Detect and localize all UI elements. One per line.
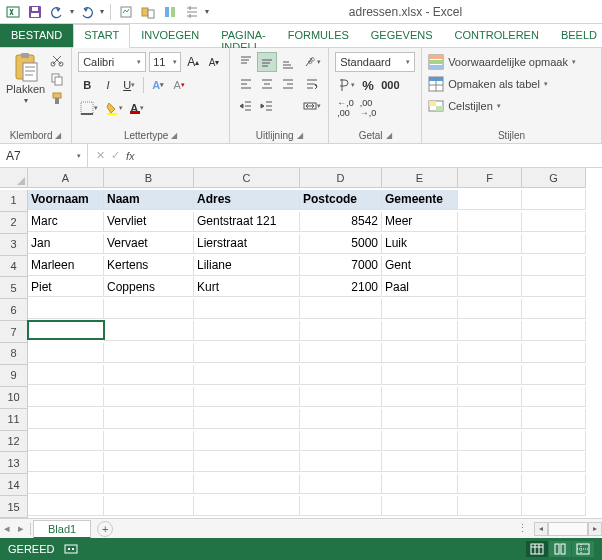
cell[interactable]: [522, 277, 586, 297]
formula-input[interactable]: [143, 144, 602, 167]
cell[interactable]: [300, 496, 382, 516]
undo-icon[interactable]: [48, 3, 66, 21]
cell[interactable]: [458, 234, 522, 254]
cell[interactable]: [28, 474, 104, 494]
undo-dropdown-icon[interactable]: ▾: [70, 7, 74, 16]
col-head-G[interactable]: G: [522, 168, 586, 188]
cell[interactable]: [28, 496, 104, 516]
cell[interactable]: [104, 365, 194, 385]
cell[interactable]: [458, 299, 522, 319]
italic-button[interactable]: I: [99, 75, 117, 95]
font-size-select[interactable]: 11▾: [149, 52, 181, 72]
cell[interactable]: [458, 409, 522, 429]
cell[interactable]: [300, 299, 382, 319]
align-right-icon[interactable]: [278, 74, 298, 94]
cell[interactable]: [300, 474, 382, 494]
tab-layout[interactable]: PAGINA-INDELI: [210, 24, 276, 47]
qat-icon-1[interactable]: [117, 3, 135, 21]
cell[interactable]: [522, 431, 586, 451]
cell[interactable]: [104, 409, 194, 429]
active-cell[interactable]: [27, 320, 105, 340]
cell[interactable]: [522, 212, 586, 232]
cell[interactable]: Liliane: [194, 256, 300, 276]
qat-icon-4[interactable]: [183, 3, 201, 21]
cut-icon[interactable]: [49, 52, 65, 68]
cell[interactable]: 8542: [300, 212, 382, 232]
font-color-icon[interactable]: A▾: [128, 98, 146, 118]
cell[interactable]: Gemeente: [382, 190, 458, 210]
cell[interactable]: Adres: [194, 190, 300, 210]
cell[interactable]: Meer: [382, 212, 458, 232]
tab-file[interactable]: BESTAND: [0, 24, 73, 47]
cell[interactable]: [382, 474, 458, 494]
cell[interactable]: [28, 299, 104, 319]
cell[interactable]: [458, 496, 522, 516]
cell[interactable]: [28, 431, 104, 451]
cell[interactable]: [522, 409, 586, 429]
select-all-button[interactable]: [0, 168, 28, 188]
enter-formula-icon[interactable]: ✓: [111, 149, 120, 162]
save-icon[interactable]: [26, 3, 44, 21]
cell[interactable]: Kertens: [104, 256, 194, 276]
cell[interactable]: [522, 234, 586, 254]
cell[interactable]: [522, 474, 586, 494]
borders-icon[interactable]: ▾: [78, 98, 100, 118]
qat-more-icon[interactable]: ▾: [205, 7, 209, 16]
cell[interactable]: [300, 409, 382, 429]
fx-icon[interactable]: fx: [126, 150, 135, 162]
bold-button[interactable]: B: [78, 75, 96, 95]
cell[interactable]: Lierstraat: [194, 234, 300, 254]
row-head[interactable]: 9: [0, 365, 28, 387]
cell[interactable]: [194, 321, 300, 341]
cell[interactable]: [522, 387, 586, 407]
underline-button[interactable]: U▾: [120, 75, 138, 95]
increase-font-icon[interactable]: A▴: [184, 52, 202, 72]
cell[interactable]: [382, 496, 458, 516]
cell[interactable]: [28, 452, 104, 472]
tab-view[interactable]: BEELD: [550, 24, 602, 47]
cell[interactable]: Gent: [382, 256, 458, 276]
cell[interactable]: [522, 299, 586, 319]
col-head-A[interactable]: A: [28, 168, 104, 188]
cell[interactable]: [300, 343, 382, 363]
cell[interactable]: [28, 343, 104, 363]
cell[interactable]: [194, 365, 300, 385]
view-page-layout-icon[interactable]: [549, 541, 571, 557]
row-head[interactable]: 2: [0, 212, 28, 234]
comma-icon[interactable]: 000: [379, 75, 401, 95]
copy-icon[interactable]: [49, 71, 65, 87]
redo-icon[interactable]: [78, 3, 96, 21]
wrap-text-icon[interactable]: [302, 74, 322, 94]
cell[interactable]: [194, 409, 300, 429]
cell[interactable]: Postcode: [300, 190, 382, 210]
cell[interactable]: [300, 387, 382, 407]
cell[interactable]: [104, 343, 194, 363]
percent-icon[interactable]: %: [359, 75, 377, 95]
cell[interactable]: [458, 387, 522, 407]
cell[interactable]: [458, 452, 522, 472]
cell[interactable]: Kurt: [194, 277, 300, 297]
hscroll-left-icon[interactable]: ◂: [534, 522, 548, 536]
cell[interactable]: Marleen: [28, 256, 104, 276]
cell[interactable]: 5000: [300, 234, 382, 254]
cell[interactable]: 7000: [300, 256, 382, 276]
cell[interactable]: [300, 321, 382, 341]
cell[interactable]: [458, 431, 522, 451]
cell[interactable]: [104, 496, 194, 516]
sheet-tab-blad1[interactable]: Blad1: [33, 520, 91, 539]
align-launcher-icon[interactable]: ◢: [297, 131, 303, 140]
number-launcher-icon[interactable]: ◢: [386, 131, 392, 140]
decrease-decimal-icon[interactable]: ,00→,0: [358, 98, 379, 118]
cell[interactable]: [104, 431, 194, 451]
cell[interactable]: [522, 452, 586, 472]
row-head[interactable]: 6: [0, 299, 28, 321]
increase-decimal-icon[interactable]: ←,0,00: [335, 98, 356, 118]
col-head-B[interactable]: B: [104, 168, 194, 188]
col-head-F[interactable]: F: [458, 168, 522, 188]
cell[interactable]: Vervaet: [104, 234, 194, 254]
paste-button[interactable]: Plakken ▾: [6, 52, 45, 106]
qat-icon-2[interactable]: [139, 3, 157, 21]
cell[interactable]: [300, 452, 382, 472]
cell[interactable]: [104, 321, 194, 341]
cell[interactable]: [458, 343, 522, 363]
